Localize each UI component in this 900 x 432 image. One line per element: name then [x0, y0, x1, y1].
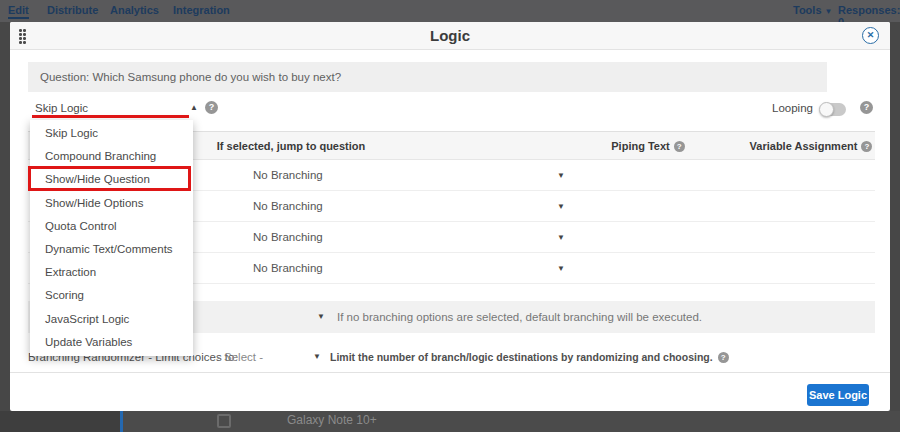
- branching-select-value: No Branching: [253, 222, 323, 253]
- caret-down-icon: ▼: [557, 253, 565, 284]
- column-header-jump: If selected, jump to question: [181, 132, 401, 161]
- close-icon: ✕: [867, 30, 875, 40]
- footer-divider: [10, 372, 890, 373]
- dropdown-item-extraction[interactable]: Extraction: [30, 261, 193, 284]
- looping-help-icon[interactable]: ?: [860, 101, 873, 114]
- column-header-variable: Variable Assignment ?: [721, 132, 900, 161]
- background-option-label: Galaxy Note 10+: [287, 413, 377, 427]
- logic-type-value: Skip Logic: [35, 102, 88, 114]
- modal-header: Logic ✕: [10, 22, 890, 50]
- caret-down-icon: ▼: [557, 160, 565, 191]
- logic-type-select[interactable]: Skip Logic ▲: [32, 100, 200, 116]
- branching-select-value: No Branching: [253, 191, 323, 222]
- dropdown-item-compound-branching[interactable]: Compound Branching: [30, 145, 193, 168]
- tools-label: Tools: [793, 4, 822, 16]
- tools-menu[interactable]: Tools▼: [793, 4, 832, 16]
- caret-up-icon: ▲: [190, 100, 198, 116]
- dropdown-item-skip-logic[interactable]: Skip Logic: [30, 122, 193, 145]
- question-label: Question: Which Samsung phone do you wis…: [28, 62, 827, 92]
- dropdown-item-show-hide-options[interactable]: Show/Hide Options: [30, 192, 193, 215]
- default-branching-note: If no branching options are selected, de…: [337, 301, 702, 333]
- caret-down-icon: ▼: [557, 222, 565, 253]
- dropdown-item-dynamic-text[interactable]: Dynamic Text/Comments: [30, 238, 193, 261]
- randomizer-help-icon[interactable]: ?: [718, 352, 729, 363]
- column-header-piping: Piping Text ?: [578, 132, 718, 161]
- caret-down-icon: ▼: [825, 7, 833, 16]
- annotation-highlight-box: [28, 166, 191, 191]
- dropdown-item-javascript-logic[interactable]: JavaScript Logic: [30, 308, 193, 331]
- close-button[interactable]: ✕: [862, 27, 879, 44]
- background-option-checkbox: [217, 414, 231, 428]
- variable-help-icon[interactable]: ?: [861, 141, 872, 152]
- logic-type-dropdown: Skip Logic Compound Branching Show/Hide …: [30, 120, 193, 356]
- default-branching-select[interactable]: ▼: [317, 301, 325, 333]
- logic-type-help-icon[interactable]: ?: [205, 101, 218, 114]
- screen: Edit Distribute Analytics Integration To…: [0, 0, 900, 432]
- save-logic-button[interactable]: Save Logic: [807, 384, 869, 406]
- piping-help-icon[interactable]: ?: [674, 141, 685, 152]
- background-panel-left: [0, 411, 120, 432]
- dropdown-item-update-variables[interactable]: Update Variables: [30, 331, 193, 354]
- dropdown-item-scoring[interactable]: Scoring: [30, 284, 193, 307]
- caret-down-icon: ▼: [557, 191, 565, 222]
- randomizer-select[interactable]: - Select - ▼: [217, 348, 337, 366]
- branching-select-value: No Branching: [253, 160, 323, 191]
- top-nav: Edit Distribute Analytics Integration To…: [0, 0, 900, 22]
- toggle-knob: [819, 102, 834, 117]
- nav-tab-analytics[interactable]: Analytics: [110, 4, 159, 16]
- looping-toggle[interactable]: [820, 103, 846, 116]
- randomizer-select-value: - Select -: [217, 351, 263, 363]
- modal-title: Logic: [10, 22, 890, 50]
- looping-label: Looping: [772, 102, 813, 114]
- background-panel-right: [123, 411, 900, 432]
- nav-tab-distribute[interactable]: Distribute: [47, 4, 98, 16]
- annotation-underline: [32, 115, 189, 118]
- nav-tab-integration[interactable]: Integration: [173, 4, 230, 16]
- nav-tab-edit[interactable]: Edit: [8, 4, 29, 19]
- randomizer-note: Limit the number of branch/logic destina…: [330, 348, 729, 366]
- caret-down-icon: ▼: [313, 348, 321, 366]
- dropdown-item-quota-control[interactable]: Quota Control: [30, 215, 193, 238]
- variable-assignment-label: Variable Assignment: [750, 133, 858, 160]
- branching-select-value: No Branching: [253, 253, 323, 284]
- piping-text-label: Piping Text: [611, 133, 669, 160]
